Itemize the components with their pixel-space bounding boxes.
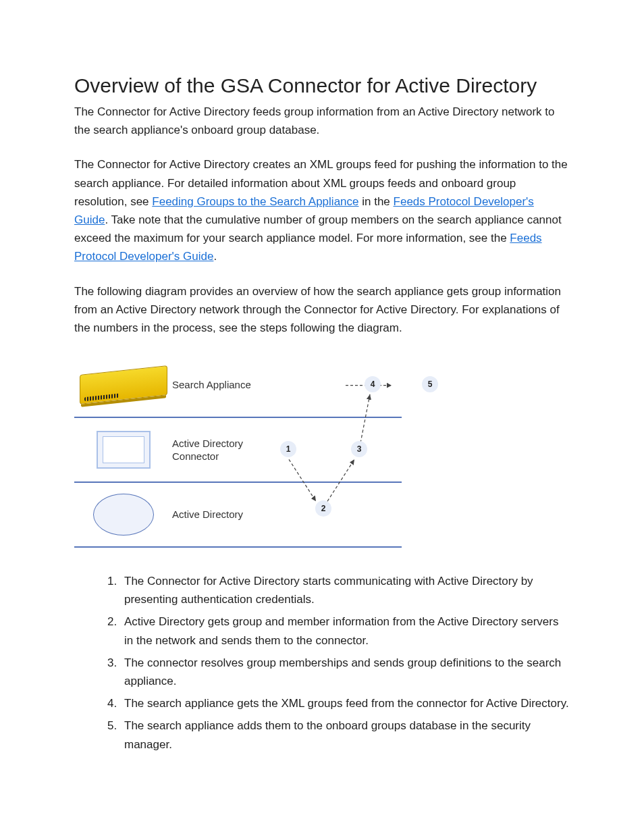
label-active-directory: Active Directory: [172, 508, 253, 521]
step-5: The search appliance adds them to the on…: [120, 716, 570, 753]
architecture-diagram: Search Appliance 4 5 Active Directory Co…: [74, 353, 402, 548]
document-page: Overview of the GSA Connector for Active…: [0, 0, 644, 834]
page-title: Overview of the GSA Connector for Active…: [74, 74, 570, 97]
active-directory-icon: [93, 494, 154, 536]
paragraph-2: The Connector for Active Directory creat…: [74, 155, 570, 265]
paragraph-3: The following diagram provides an overvi…: [74, 282, 570, 338]
intro-paragraph: The Connector for Active Directory feeds…: [74, 103, 570, 139]
step-1: The Connector for Active Directory start…: [120, 572, 570, 608]
p2-mid2: . Take note that the cumulative number o…: [74, 213, 562, 244]
diagram-row-ad: Active Directory 2: [74, 483, 402, 548]
link-feeding-groups[interactable]: Feeding Groups to the Search Appliance: [152, 195, 358, 208]
diagram-row-connector: Active Directory Connector 1 3: [74, 418, 402, 483]
connector-icon: [97, 431, 151, 469]
label-search-appliance: Search Appliance: [172, 378, 253, 392]
steps-list: The Connector for Active Directory start…: [105, 572, 570, 754]
diagram-row-appliance: Search Appliance 4 5: [74, 353, 402, 418]
search-appliance-icon: [80, 365, 167, 405]
diagram-node-3: 3: [351, 441, 367, 457]
diagram-node-2: 2: [315, 500, 331, 517]
diagram-node-1: 1: [280, 441, 296, 457]
label-connector: Active Directory Connector: [172, 437, 253, 463]
step-3: The connector resolves group memberships…: [120, 654, 570, 690]
step-2: Active Directory gets group and member i…: [120, 613, 570, 649]
diagram-node-5: 5: [422, 376, 438, 392]
p2-mid1: in the: [359, 195, 394, 208]
diagram-node-4: 4: [365, 376, 381, 392]
step-4: The search appliance gets the XML groups…: [120, 694, 570, 712]
p2-end: .: [213, 250, 217, 263]
